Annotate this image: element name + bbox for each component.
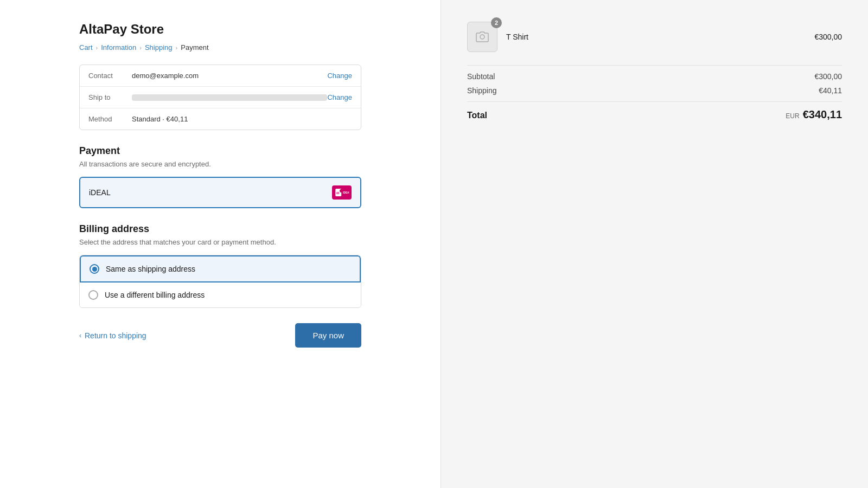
shipping-value: €40,11 xyxy=(819,86,842,95)
total-amount: €340,11 xyxy=(803,108,842,121)
svg-point-5 xyxy=(480,35,484,39)
shipping-row: Shipping €40,11 xyxy=(467,86,842,95)
divider-2 xyxy=(467,101,842,102)
info-row-ship: Ship to Change xyxy=(80,87,361,108)
divider-1 xyxy=(467,65,842,66)
method-label: Method xyxy=(88,115,132,123)
breadcrumb-information[interactable]: Information xyxy=(101,43,136,52)
contact-label: Contact xyxy=(88,72,132,80)
subtotal-value: €300,00 xyxy=(814,72,842,81)
payment-method-ideal[interactable]: iDEAL iD IDEAL xyxy=(79,177,361,208)
breadcrumb-sep-3: › xyxy=(176,44,178,51)
svg-text:iD: iD xyxy=(336,191,340,195)
shipping-label: Shipping xyxy=(467,86,497,95)
subtotal-row: Subtotal €300,00 xyxy=(467,72,842,81)
radio-same-outer xyxy=(90,264,99,274)
ship-change-link[interactable]: Change xyxy=(327,93,352,101)
billing-title: Billing address xyxy=(79,223,361,235)
camera-icon xyxy=(476,31,489,43)
breadcrumb-payment: Payment xyxy=(181,43,208,52)
total-right: EUR €340,11 xyxy=(786,108,842,121)
method-value: Standard · €40,11 xyxy=(132,115,352,123)
breadcrumb: Cart › Information › Shipping › Payment xyxy=(79,43,361,52)
svg-point-2 xyxy=(340,189,343,192)
total-label: Total xyxy=(467,111,487,120)
svg-text:IDEAL: IDEAL xyxy=(343,191,349,194)
item-price: €300,00 xyxy=(814,33,842,41)
info-box: Contact demo@example.com Change Ship to … xyxy=(79,65,361,130)
return-to-shipping-link[interactable]: ‹ Return to shipping xyxy=(79,331,146,340)
total-row: Total EUR €340,11 xyxy=(467,108,842,121)
return-label: Return to shipping xyxy=(85,331,146,340)
item-badge: 2 xyxy=(491,17,502,28)
pay-now-button[interactable]: Pay now xyxy=(295,323,361,348)
billing-different-option[interactable]: Use a different billing address xyxy=(80,282,361,307)
billing-different-label: Use a different billing address xyxy=(105,291,205,299)
breadcrumb-sep-2: › xyxy=(139,44,142,51)
order-item: 2 T Shirt €300,00 xyxy=(467,22,842,52)
ideal-label: iDEAL xyxy=(89,188,111,197)
total-currency: EUR xyxy=(786,112,799,120)
billing-same-option[interactable]: Same as shipping address xyxy=(80,255,361,282)
right-panel: 2 T Shirt €300,00 Subtotal €300,00 Shipp… xyxy=(441,0,868,488)
item-image-wrap: 2 xyxy=(467,22,497,52)
billing-subtitle: Select the address that matches your car… xyxy=(79,238,361,246)
contact-change-link[interactable]: Change xyxy=(327,72,352,80)
payment-subtitle: All transactions are secure and encrypte… xyxy=(79,160,361,168)
info-row-method: Method Standard · €40,11 xyxy=(80,108,361,130)
ideal-icon: iD IDEAL xyxy=(332,185,352,200)
billing-same-label: Same as shipping address xyxy=(106,265,195,273)
subtotal-label: Subtotal xyxy=(467,72,495,81)
breadcrumb-sep-1: › xyxy=(96,44,98,51)
footer-actions: ‹ Return to shipping Pay now xyxy=(79,323,361,348)
breadcrumb-shipping[interactable]: Shipping xyxy=(145,43,173,52)
item-name: T Shirt xyxy=(506,33,806,41)
billing-options: Same as shipping address Use a different… xyxy=(79,255,361,308)
payment-title: Payment xyxy=(79,145,361,157)
info-row-contact: Contact demo@example.com Change xyxy=(80,65,361,87)
contact-value: demo@example.com xyxy=(132,72,327,80)
left-panel: AltaPay Store Cart › Information › Shipp… xyxy=(0,0,441,488)
breadcrumb-cart[interactable]: Cart xyxy=(79,43,93,52)
chevron-left-icon: ‹ xyxy=(79,332,81,339)
ship-label: Ship to xyxy=(88,93,132,101)
billing-section: Billing address Select the address that … xyxy=(79,223,361,308)
store-title: AltaPay Store xyxy=(79,22,361,37)
radio-different-outer xyxy=(88,290,98,300)
ship-value-blurred xyxy=(132,94,327,101)
radio-same-inner xyxy=(92,267,97,272)
